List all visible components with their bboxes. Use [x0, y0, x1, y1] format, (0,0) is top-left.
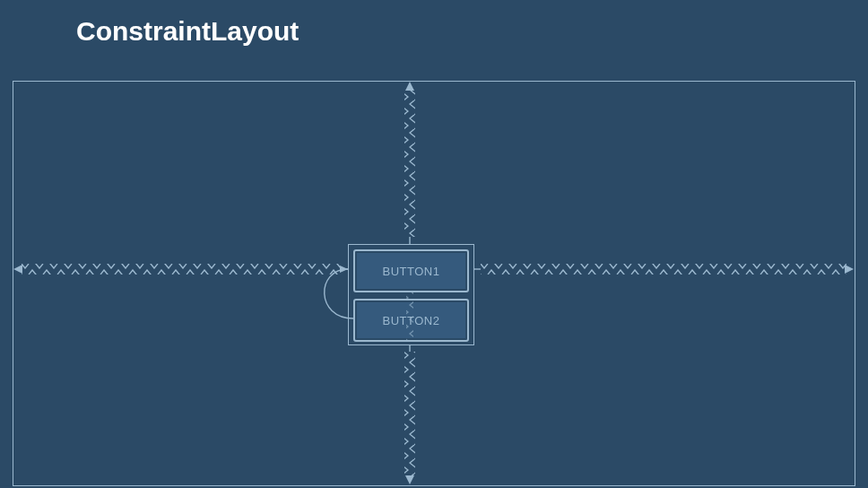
- button-1-label: BUTTON1: [383, 265, 440, 278]
- button-2-label: BUTTON2: [383, 314, 440, 327]
- button-2[interactable]: BUTTON2: [353, 299, 469, 342]
- button-1[interactable]: BUTTON1: [353, 249, 469, 292]
- page-title: ConstraintLayout: [76, 16, 299, 47]
- button-group: BUTTON1 BUTTON2: [348, 244, 474, 345]
